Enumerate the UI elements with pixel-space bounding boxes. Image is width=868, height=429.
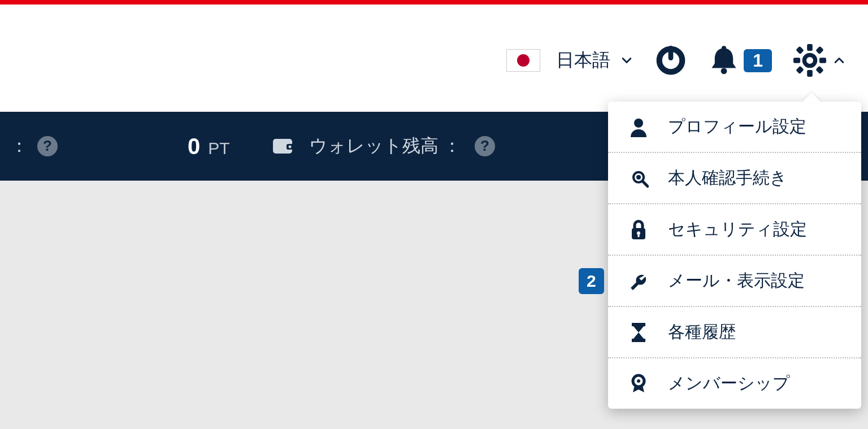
help-icon[interactable] <box>475 136 495 156</box>
menu-item-membership[interactable]: メンバーシップ <box>608 358 861 409</box>
language-label-wrap: 日本語 <box>556 48 633 73</box>
menu-item-label: メンバーシップ <box>668 372 790 395</box>
menu-item-label: 各種履歴 <box>668 321 736 344</box>
notifications-button[interactable]: 1 <box>709 45 772 76</box>
notification-badge: 1 <box>744 49 772 72</box>
wallet-colon: ： <box>443 134 461 159</box>
wallet-block: ウォレット残高 ： <box>271 134 495 159</box>
user-icon <box>626 117 651 137</box>
identity-icon <box>626 168 651 189</box>
menu-item-label: メール・表示設定 <box>668 269 805 292</box>
chevron-up-icon <box>833 56 845 65</box>
help-icon[interactable] <box>37 136 58 156</box>
top-bar-right: 日本語 1 <box>506 44 845 77</box>
gear-icon <box>793 44 826 77</box>
power-icon[interactable] <box>654 44 687 77</box>
menu-item-mail-display[interactable]: 2 メール・表示設定 <box>608 256 861 307</box>
wallet-label-wrap: ウォレット残高 ： <box>309 134 461 159</box>
menu-item-identity[interactable]: 本人確認手続き <box>608 153 861 204</box>
lock-icon <box>626 219 651 240</box>
menu-item-label: プロフィール設定 <box>668 115 806 138</box>
menu-item-badge: 2 <box>579 268 604 294</box>
menu-item-history[interactable]: 各種履歴 <box>608 307 861 358</box>
points-unit: PT <box>208 139 229 158</box>
settings-button[interactable] <box>793 44 845 77</box>
flag-japan-icon <box>506 49 540 72</box>
chevron-down-icon <box>620 56 633 65</box>
points-block: 0 PT <box>188 134 230 159</box>
menu-item-label: セキュリティ設定 <box>668 218 807 241</box>
bell-icon <box>709 45 739 76</box>
wallet-icon <box>271 135 296 157</box>
top-bar: 日本語 1 <box>0 5 868 112</box>
menu-item-security[interactable]: セキュリティ設定 <box>608 204 861 256</box>
menu-item-profile[interactable]: プロフィール設定 <box>608 102 861 153</box>
accent-stripe <box>0 0 868 5</box>
settings-dropdown: プロフィール設定 本人確認手続き セキュリティ設定 2 メール・表示設定 各種履… <box>608 102 861 409</box>
wrench-icon <box>626 271 651 291</box>
language-label: 日本語 <box>556 48 610 73</box>
award-icon <box>626 373 651 395</box>
points-value: 0 <box>188 134 200 159</box>
menu-item-label: 本人確認手続き <box>668 167 787 190</box>
hourglass-icon <box>626 322 651 343</box>
wallet-label: ウォレット残高 <box>309 134 439 159</box>
language-selector[interactable]: 日本語 <box>506 48 633 73</box>
status-colon: ： <box>10 134 28 159</box>
status-first-group: ： <box>10 134 58 159</box>
